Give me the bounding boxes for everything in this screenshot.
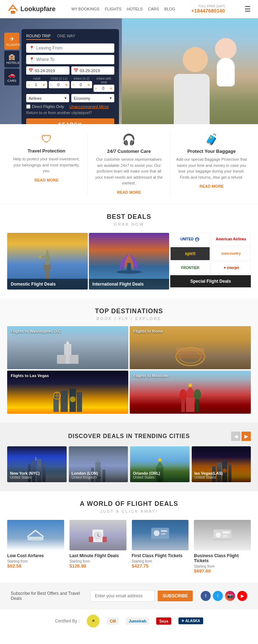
city-nyc-country: United States [10, 475, 64, 479]
svg-rect-31 [196, 399, 199, 412]
date-from-field[interactable]: 📅 03-24-2019 [26, 66, 70, 75]
date-row: 📅 03-24-2019 📅 03-29-2019 [26, 66, 114, 75]
social-facebook[interactable]: f [201, 591, 211, 601]
flight-deals-grid: Low Cost Airfares Starting from $92.58 L… [7, 520, 251, 574]
nav-hotels[interactable]: HOTELS [127, 7, 143, 11]
adult-increment[interactable]: + [42, 82, 46, 88]
infant-seat-decrement[interactable]: - [95, 85, 98, 91]
dest-moscow[interactable]: Flights to Moscow [130, 371, 251, 414]
unaccompanied-link[interactable]: Unaccompanied Minor [70, 104, 109, 109]
baggage-read-more[interactable]: READ MORE [200, 184, 224, 188]
city-lasvegas-country: United States [195, 475, 248, 479]
infant-group: Infant (0-2) - 0 + [71, 77, 92, 92]
city-lasvegas-overlay: las Vegas(LAS) United States [192, 466, 251, 482]
customer-care-read-more[interactable]: READ MORE [117, 190, 141, 194]
dest-moscow-label: Flights to Moscow [133, 373, 168, 378]
social-twitter[interactable]: t [213, 591, 223, 601]
city-lasvegas[interactable]: las Vegas(LAS) United States [192, 446, 251, 482]
flight-deals-subtitle: JUST A CLICK AWAY! [7, 509, 251, 513]
economy-select[interactable]: Economy ▾ [71, 94, 114, 102]
deal-business-class[interactable]: Business Class Flight Tickets Starting f… [194, 520, 251, 574]
footer-certified: Certified By : ☀ CIII Jumeirah Saya ✈ALA… [0, 609, 258, 633]
search-button[interactable]: SEARCH [26, 118, 114, 124]
cert-logo-1: ☀ [87, 615, 100, 627]
social-instagram[interactable]: 📷 [225, 591, 235, 601]
deal-last-minute[interactable]: Last Minute Flight Deals Starting from $… [70, 520, 126, 574]
domestic-deal-card[interactable]: Domestic Flight Deals [7, 233, 88, 290]
city-orlando[interactable]: Orlando (ORL) United States [130, 446, 190, 482]
nav-blog[interactable]: BLOG [164, 7, 176, 11]
svg-rect-19 [53, 394, 59, 412]
customer-care-icon: 🎧 [93, 133, 164, 146]
infant-increment[interactable]: + [86, 82, 91, 88]
dest-washington[interactable]: Flights to Washington, D.C [7, 326, 128, 369]
child-increment[interactable]: + [64, 82, 68, 88]
tab-round-trip[interactable]: ROUND TRIP [26, 34, 51, 40]
dest-rome[interactable]: Flights to Rome [130, 326, 251, 369]
airline-interjet[interactable]: ✦ interjet [211, 262, 251, 274]
airline-spirit[interactable]: spirit [170, 247, 210, 260]
nav-my-bookings[interactable]: MY BOOKINGS [72, 7, 100, 11]
infant-decrement[interactable]: - [72, 82, 75, 88]
deal-first-class-price: $427.75 [132, 563, 189, 569]
city-london-overlay: London (LON) United Kingdom [69, 466, 128, 482]
top-destinations-section: TOP DESTINATIONS BOOK | FLY | EXPLORE Fl… [0, 299, 258, 423]
return-link[interactable]: Return to or from another city/airport? [26, 111, 114, 115]
adult-decrement[interactable]: - [27, 82, 30, 88]
infant-seat-label: Infant with seat [94, 77, 115, 84]
airline-united[interactable]: UNITED [170, 233, 210, 246]
city-london-name: London (LON) [72, 471, 125, 475]
deals-grid: Domestic Flight Deals International Flig… [7, 233, 251, 290]
features-section: 🛡 Travel Protection Help to protect your… [0, 124, 258, 204]
infant-seat-increment[interactable]: + [109, 85, 113, 91]
city-nyc[interactable]: New York (NYC) United States [7, 446, 67, 482]
side-tab-hotels[interactable]: 🏨 HOTELS [4, 51, 19, 67]
city-london[interactable]: London (LON) United Kingdom [69, 446, 128, 482]
child-decrement[interactable]: - [50, 82, 53, 88]
side-tab-cars[interactable]: 🚗 CARS [4, 69, 19, 85]
phone-number[interactable]: +18447680140 [191, 8, 225, 14]
svg-rect-65 [161, 533, 166, 535]
svg-marker-4 [46, 249, 49, 256]
header: Lookupfare MY BOOKINGS FLIGHTS HOTELS CA… [0, 0, 258, 18]
date-to-field[interactable]: 📅 03-29-2019 [71, 66, 115, 75]
travel-protection-read-more[interactable]: READ MORE [34, 178, 58, 182]
airlines-select[interactable]: Airlines ▾ [26, 94, 69, 102]
subscribe-button[interactable]: SUBSCRIBE [158, 591, 193, 601]
subscribe-email-input[interactable] [90, 590, 155, 602]
economy-label: Economy [74, 96, 90, 100]
best-deals-section: BEST DEALS GRAB NOW Domestic Flight Deal… [0, 204, 258, 299]
social-youtube[interactable]: ▶ [237, 591, 247, 601]
deal-first-class[interactable]: First Class Flight Tickets Starting from… [132, 520, 189, 574]
hamburger-icon[interactable]: ☰ [244, 5, 251, 13]
trending-prev-btn[interactable]: ◀ [231, 432, 240, 441]
direct-flights-input[interactable] [26, 104, 30, 109]
svg-rect-29 [181, 399, 185, 412]
direct-flights-checkbox[interactable]: Direct Flights Only [26, 104, 64, 109]
where-to-input[interactable] [36, 57, 111, 62]
tab-one-way[interactable]: ONE WAY [57, 34, 75, 40]
feature-customer-care: 🎧 24/7 Customer Care Our customer servic… [88, 133, 170, 195]
trending-next-btn[interactable]: ▶ [242, 432, 251, 441]
leaving-from-field: 📍 [26, 43, 114, 53]
deal-last-minute-title: Last Minute Flight Deals [70, 553, 126, 558]
deal-low-cost[interactable]: Low Cost Airfares Starting from $92.58 [7, 520, 64, 574]
airline-frontier[interactable]: FRONTIER [170, 262, 210, 274]
nav-cars[interactable]: CARS [148, 7, 159, 11]
dest-vegas[interactable]: Flights to Las Vegas [7, 371, 128, 414]
nav-flights[interactable]: FLIGHTS [105, 7, 121, 11]
leaving-from-input[interactable] [36, 46, 111, 51]
location-icon-from: 📍 [29, 46, 34, 51]
certified-text: Certified By : [55, 619, 80, 624]
logo[interactable]: Lookupfare [7, 4, 56, 14]
svg-rect-8 [127, 263, 131, 272]
svg-rect-55 [36, 539, 39, 541]
best-deals-title: BEST DEALS [7, 213, 251, 221]
international-deal-card[interactable]: International Flight Deals [89, 233, 169, 290]
special-flight-deals[interactable]: Special Flight Deals [170, 275, 251, 287]
airline-suncountry[interactable]: suncountry [211, 247, 251, 260]
side-tab-flights[interactable]: ✈ FLIGHTS [4, 33, 19, 50]
travel-protection-title: Travel Protection [11, 148, 82, 154]
airline-american[interactable]: American Airlines [211, 233, 251, 246]
svg-point-46 [158, 458, 162, 462]
